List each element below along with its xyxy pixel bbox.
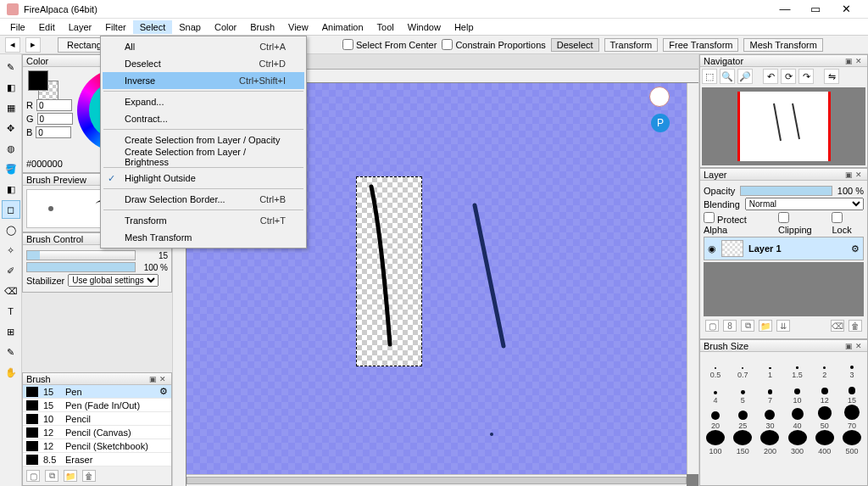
brush-size-50[interactable]: 50 xyxy=(811,405,838,430)
menu-item-deselect[interactable]: DeselectCtrl+D xyxy=(103,55,304,72)
brush-size-3[interactable]: 3 xyxy=(838,354,865,379)
text-tool[interactable]: T xyxy=(2,302,20,321)
lasso-tool[interactable]: ◯ xyxy=(2,221,20,239)
selecterase-tool[interactable]: ⌫ xyxy=(2,282,20,300)
magicwand-tool[interactable]: ✧ xyxy=(2,241,20,260)
rotate-reset-icon[interactable]: ⟳ xyxy=(781,69,796,84)
menu-edit[interactable]: Edit xyxy=(32,20,62,34)
brush-size-150[interactable]: 150 xyxy=(729,430,756,455)
brush-size-0.7[interactable]: 0.7 xyxy=(729,354,756,379)
history-back-button[interactable]: ◂ xyxy=(5,37,20,53)
layer-item[interactable]: ◉ Layer 1 ⚙ xyxy=(704,237,864,260)
gradient-tool[interactable]: ◧ xyxy=(2,180,20,198)
folder-layer-icon[interactable]: 📁 xyxy=(759,320,772,332)
fg-color-swatch[interactable] xyxy=(28,70,48,91)
layer-stack-area[interactable] xyxy=(704,262,864,316)
brush-size-20[interactable]: 20 xyxy=(702,405,729,430)
duplicate-layer-icon[interactable]: ⧉ xyxy=(741,320,754,332)
brush-size-15[interactable]: 15 xyxy=(838,379,865,405)
user-avatar-icon[interactable] xyxy=(649,87,670,107)
undock-icon[interactable]: ▣ xyxy=(147,375,158,383)
brush-item[interactable]: 8.5Eraser xyxy=(23,453,171,466)
selectpen-tool[interactable]: ✐ xyxy=(2,261,20,280)
clipping-checkbox[interactable]: Clipping xyxy=(778,212,823,235)
brush-item[interactable]: 12Pencil (Canvas) xyxy=(23,426,171,439)
new-brush-icon[interactable]: ▢ xyxy=(26,470,40,482)
merge-down-icon[interactable]: ⇊ xyxy=(776,320,790,332)
brush-item[interactable]: 12Pencil (Sketchbook) xyxy=(23,439,171,453)
flip-icon[interactable]: ⇋ xyxy=(824,69,839,84)
new-layer-icon[interactable]: ▢ xyxy=(705,320,719,332)
free-transform-button[interactable]: Free Transform xyxy=(663,38,738,52)
deselect-button[interactable]: Deselect xyxy=(551,38,599,52)
eraser-tool[interactable]: ◧ xyxy=(2,78,20,97)
horizontal-scrollbar[interactable] xyxy=(186,474,687,486)
mesh-transform-button[interactable]: Mesh Transform xyxy=(743,38,822,52)
menu-color[interactable]: Color xyxy=(208,20,243,34)
brush-size-40[interactable]: 40 xyxy=(784,405,811,430)
hand-tool[interactable]: ✋ xyxy=(2,363,20,382)
menu-window[interactable]: Window xyxy=(401,20,448,34)
brush-size-1[interactable]: 1 xyxy=(756,354,783,379)
menu-item-contract-[interactable]: Contract... xyxy=(103,110,304,127)
brush-size-200[interactable]: 200 xyxy=(756,430,783,455)
transform-button[interactable]: Transform xyxy=(604,38,659,52)
menu-item-all[interactable]: AllCtrl+A xyxy=(103,38,304,55)
close-icon[interactable]: ✕ xyxy=(158,375,168,383)
menu-item-inverse[interactable]: InverseCtrl+Shift+I xyxy=(103,72,304,89)
menu-filter[interactable]: Filter xyxy=(98,20,132,34)
folder-brush-icon[interactable]: 📁 xyxy=(64,470,77,482)
history-forward-button[interactable]: ▸ xyxy=(25,37,41,53)
brush-item[interactable]: 15Pen (Fade In/Out) xyxy=(23,399,171,412)
menu-animation[interactable]: Animation xyxy=(315,20,370,34)
menu-item-create-selection-from-layer-brightness[interactable]: Create Selection from Layer / Brightness xyxy=(103,148,304,165)
brush-size-500[interactable]: 500 xyxy=(838,430,865,455)
lock-checkbox[interactable]: Lock xyxy=(832,212,864,235)
dot-tool[interactable]: ▦ xyxy=(2,98,20,117)
b-input[interactable] xyxy=(36,126,71,138)
brush-size-4[interactable]: 4 xyxy=(702,379,729,405)
undock-icon[interactable]: ▣ xyxy=(843,170,854,179)
stabilizer-select[interactable]: Use global settings xyxy=(68,274,159,287)
brush-size-25[interactable]: 25 xyxy=(729,405,756,430)
eyedropper-tool[interactable]: ✎ xyxy=(2,343,20,361)
brush-size-5[interactable]: 5 xyxy=(729,379,756,405)
menu-item-transform[interactable]: TransformCtrl+T xyxy=(103,212,304,229)
brush-size-2[interactable]: 2 xyxy=(811,354,838,379)
undock-icon[interactable]: ▣ xyxy=(843,57,854,65)
zoom-fit-icon[interactable]: ⬚ xyxy=(702,69,717,84)
menu-item-draw-selection-border-[interactable]: Draw Selection Border...Ctrl+B xyxy=(103,191,304,208)
protect-alpha-checkbox[interactable]: Protect Alpha xyxy=(704,212,770,235)
duplicate-brush-icon[interactable]: ⧉ xyxy=(45,470,58,482)
menu-item-expand-[interactable]: Expand... xyxy=(103,93,304,110)
rotate-right-icon[interactable]: ↷ xyxy=(798,69,814,84)
brush-size-12[interactable]: 12 xyxy=(811,379,838,405)
new-layer8-icon[interactable]: 8 xyxy=(723,320,737,332)
menu-snap[interactable]: Snap xyxy=(172,20,208,34)
vertical-scrollbar[interactable] xyxy=(687,83,698,474)
select-from-center-checkbox[interactable]: Select From Center xyxy=(342,39,437,50)
menu-layer[interactable]: Layer xyxy=(62,20,99,34)
divide-tool[interactable]: ⊞ xyxy=(2,322,20,341)
brush-item[interactable]: 15Pen⚙ xyxy=(23,385,171,399)
menu-item-highlight-outside[interactable]: ✓Highlight Outside xyxy=(103,170,304,187)
rotate-left-icon[interactable]: ↶ xyxy=(763,69,778,84)
close-icon[interactable]: ✕ xyxy=(854,342,864,350)
blending-select[interactable]: Normal xyxy=(745,198,864,210)
brush-size-400[interactable]: 400 xyxy=(811,430,838,455)
close-icon[interactable]: ✕ xyxy=(854,57,864,65)
clear-layer-icon[interactable]: ⌫ xyxy=(831,320,844,332)
g-input[interactable] xyxy=(37,113,73,125)
undock-icon[interactable]: ▣ xyxy=(843,342,854,350)
menu-file[interactable]: File xyxy=(3,20,32,34)
menu-select[interactable]: Select xyxy=(133,20,173,34)
pixiv-badge-icon[interactable]: P xyxy=(651,114,670,132)
zoom-in-icon[interactable]: 🔍 xyxy=(720,69,735,84)
close-icon[interactable]: ✕ xyxy=(854,170,864,179)
layer-opacity-slider[interactable] xyxy=(740,186,832,196)
navigator-preview[interactable] xyxy=(702,87,865,165)
brush-size-0.5[interactable]: 0.5 xyxy=(702,354,729,379)
layer-settings-icon[interactable]: ⚙ xyxy=(851,243,860,254)
move-tool[interactable]: ✥ xyxy=(2,119,20,137)
brush-size-70[interactable]: 70 xyxy=(838,405,865,430)
